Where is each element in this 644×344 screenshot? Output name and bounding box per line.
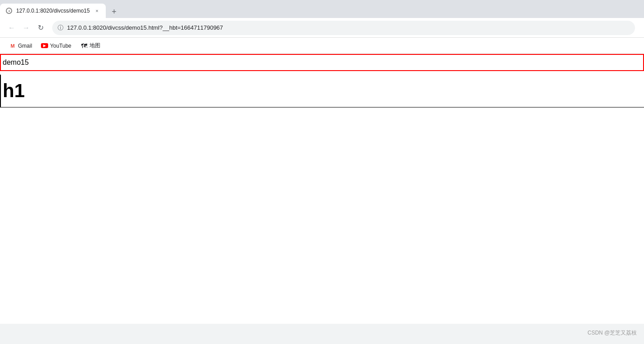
gmail-favicon: M [9,42,16,49]
watermark: CSDN @芝芝又荔枝 [587,329,637,337]
lock-icon: ⓘ [58,24,63,32]
tab-bar: 127.0.0.1:8020/divcss/demo15 × + [0,0,644,18]
gmail-icon: M [10,43,14,49]
tab-favicon [5,7,13,14]
maps-icon: 🗺 [81,42,87,49]
bookmark-gmail-label: Gmail [18,43,32,49]
tab-title: 127.0.0.1:8020/divcss/demo15 [16,8,90,14]
bookmarks-bar: M Gmail ▶ YouTube 🗺 地图 [0,38,644,54]
address-bar[interactable]: ⓘ 127.0.0.1:8020/divcss/demo15.html?__hb… [52,21,635,35]
back-button[interactable]: ← [5,22,18,34]
bookmark-maps[interactable]: 🗺 地图 [77,40,104,51]
tab-close-button[interactable]: × [93,7,100,14]
bookmark-maps-label: 地图 [90,42,100,49]
forward-button[interactable]: → [20,22,32,34]
nav-bar: ← → ↻ ⓘ 127.0.0.1:8020/divcss/demo15.htm… [0,18,644,38]
page-title: demo15 [3,58,29,66]
new-tab-button[interactable]: + [108,5,120,18]
page-h1-box: h1 [0,75,644,107]
page-content: demo15 h1 [0,54,644,324]
bookmark-gmail[interactable]: M Gmail [5,40,36,51]
page-h1: h1 [3,80,25,101]
active-tab[interactable]: 127.0.0.1:8020/divcss/demo15 × [0,4,106,18]
youtube-icon: ▶ [41,43,48,48]
youtube-favicon: ▶ [41,42,48,49]
tab-favicon-circle [6,8,12,14]
browser-chrome: 127.0.0.1:8020/divcss/demo15 × + ← → ↻ ⓘ… [0,0,644,54]
url-text: 127.0.0.1:8020/divcss/demo15.html?__hbt=… [67,24,630,31]
page-title-box: demo15 [0,54,644,71]
bookmark-youtube[interactable]: ▶ YouTube [37,40,75,51]
maps-favicon: 🗺 [81,42,88,49]
refresh-button[interactable]: ↻ [34,22,47,34]
bookmark-youtube-label: YouTube [50,43,71,49]
